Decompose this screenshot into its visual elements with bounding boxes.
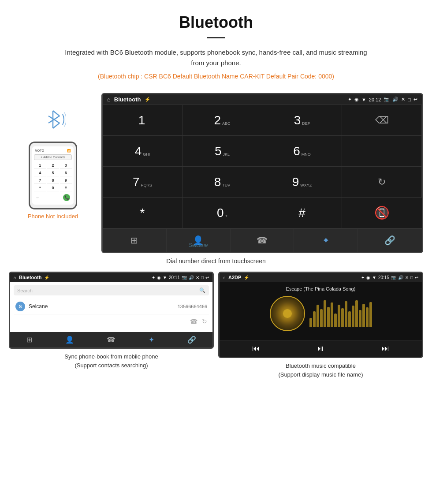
dial-key-5[interactable]: 5 JKL: [182, 136, 262, 167]
pb-loc-icon: ◉: [157, 275, 161, 280]
pb-bot-link-icon[interactable]: 🔗: [187, 336, 196, 344]
dial-bottom-link[interactable]: 🔗: [358, 229, 422, 252]
dial-bottom-keypad[interactable]: ⊞: [103, 229, 167, 252]
phone-dial-icon: ☎: [257, 235, 268, 246]
pb-home-icon[interactable]: ⌂: [14, 275, 16, 280]
dial-bottom-contacts[interactable]: 👤 Seicane: [167, 229, 231, 252]
dial-bottom-bluetooth[interactable]: ✦: [294, 229, 358, 252]
dial-key-9[interactable]: 9 WXYZ: [262, 167, 342, 198]
pb-bot-person-icon[interactable]: 👤: [65, 336, 74, 344]
phone-key-1[interactable]: 1: [34, 162, 46, 169]
camera-icon[interactable]: 📷: [384, 97, 390, 102]
phone-key-6[interactable]: 6: [60, 170, 72, 176]
back-icon[interactable]: ↩: [413, 97, 417, 102]
phone-back-key: ←: [36, 195, 40, 200]
phonebook-item: ⌂ Bluetooth ⚡ ✦ ◉ ▼ 20:11 📷 🔊 ✕ □ ↩: [9, 272, 214, 379]
dial-status-right: ✦ ◉ ▼ 20:12 📷 🔊 ✕ □ ↩: [348, 97, 417, 102]
music-status-bar: ⌂ A2DP ⚡ ✦ ◉ ▼ 20:15 📷 🔊 ✕ □ ↩: [220, 273, 422, 282]
call-end-icon: 📵: [374, 205, 390, 220]
pb-win-icon[interactable]: □: [201, 275, 204, 280]
page-header: Bluetooth Integrated with BC6 Bluetooth …: [0, 0, 432, 93]
eq-bar: [369, 302, 372, 327]
contact-row[interactable]: S Seicane 13566664466: [14, 299, 209, 314]
phonebook-caption: Sync phone-book from mobile phone (Suppo…: [64, 352, 158, 370]
phone-key-3[interactable]: 3: [60, 162, 72, 169]
music-win-icon[interactable]: □: [410, 275, 413, 280]
phonebook-body: Search 🔍 S Seicane 13566664466 ☎ ↻: [10, 282, 212, 332]
eq-bar: [352, 306, 354, 327]
pb-cam-icon[interactable]: 📷: [182, 275, 187, 280]
dial-key-2[interactable]: 2 ABC: [182, 105, 262, 136]
dial-cell-refresh[interactable]: ↻: [342, 167, 422, 198]
dial-key-6[interactable]: 6 MNO: [262, 136, 342, 167]
search-icon[interactable]: 🔍: [199, 287, 205, 293]
dial-screen: ⌂ Bluetooth ⚡ ✦ ◉ ▼ 20:12 📷 🔊 ✕ □ ↩ 1: [101, 93, 423, 253]
phone-key-hash[interactable]: #: [60, 185, 72, 191]
pb-bot-bt-icon[interactable]: ✦: [149, 336, 154, 344]
close-icon[interactable]: ✕: [401, 97, 405, 102]
music-artwork-area: ♪: [224, 296, 417, 331]
window-icon[interactable]: □: [408, 97, 411, 102]
phone-key-9[interactable]: 9: [60, 177, 72, 184]
pb-vol-icon[interactable]: 🔊: [189, 275, 194, 280]
phone-body: MOTO 📶 + Add to Contacts 1 2 3 4 5 6 7 8…: [29, 142, 77, 209]
pb-time: 20:11: [169, 275, 180, 280]
pb-bot-phone-icon[interactable]: ☎: [107, 336, 115, 344]
phone-key-7[interactable]: 7: [34, 177, 46, 184]
next-button[interactable]: ⏭: [381, 344, 389, 353]
dial-status-left: ⌂ Bluetooth ⚡: [107, 96, 151, 103]
dial-key-hash[interactable]: #: [262, 198, 342, 228]
usb-icon: ⚡: [145, 97, 151, 102]
phone-carrier: MOTO: [35, 149, 44, 153]
search-bar[interactable]: Search 🔍: [14, 285, 209, 295]
prev-button[interactable]: ⏮: [252, 344, 260, 353]
phone-key-star[interactable]: *: [34, 185, 46, 191]
dial-key-star[interactable]: *: [103, 198, 182, 228]
music-caption: Bluetooth music compatible (Support disp…: [278, 362, 363, 379]
pb-wifi-icon: ▼: [163, 275, 167, 280]
phone-key-5[interactable]: 5: [47, 170, 59, 176]
eq-bar: [359, 310, 361, 327]
phone-not-included-label: Phone Not Included: [28, 213, 78, 220]
home-icon[interactable]: ⌂: [107, 96, 111, 103]
music-cam-icon[interactable]: 📷: [391, 275, 396, 280]
music-loc-icon: ◉: [366, 275, 370, 280]
dial-key-8[interactable]: 8 TUV: [182, 167, 262, 198]
dial-key-0[interactable]: 0 +: [182, 198, 262, 228]
music-home-icon[interactable]: ⌂: [223, 275, 226, 280]
dial-status-bar: ⌂ Bluetooth ⚡ ✦ ◉ ▼ 20:12 📷 🔊 ✕ □ ↩: [103, 94, 422, 105]
eq-bar: [362, 304, 365, 327]
dial-key-3[interactable]: 3 DEF: [262, 105, 342, 136]
volume-icon[interactable]: 🔊: [392, 97, 398, 102]
phone-key-4[interactable]: 4: [34, 170, 46, 176]
pb-back-icon[interactable]: ↩: [205, 275, 209, 280]
dial-cell-call-end[interactable]: 📵: [342, 198, 422, 228]
dial-bottom-phone[interactable]: ☎: [231, 229, 294, 252]
dial-key-7[interactable]: 7 PQRS: [103, 167, 182, 198]
eq-bar: [345, 301, 347, 327]
dial-key-4[interactable]: 4 GHI: [103, 136, 182, 167]
dial-cell-backspace[interactable]: ⌫: [342, 105, 422, 136]
pb-close-icon[interactable]: ✕: [196, 275, 199, 280]
music-controls: ⏮ ⏯ ⏭: [220, 340, 422, 357]
pb-side-refresh-icon[interactable]: ↻: [202, 318, 207, 325]
eq-bar: [338, 305, 340, 327]
playpause-button[interactable]: ⏯: [317, 344, 324, 353]
music-screen: ⌂ A2DP ⚡ ✦ ◉ ▼ 20:15 📷 🔊 ✕ □ ↩ E: [218, 272, 423, 358]
dial-key-1[interactable]: 1: [103, 105, 182, 136]
music-back-icon[interactable]: ↩: [415, 275, 418, 280]
phone-call-button[interactable]: 📞: [63, 194, 70, 201]
pb-bt-icon: ✦: [152, 275, 155, 280]
pb-side-phone-icon[interactable]: ☎: [190, 318, 197, 325]
phone-key-0[interactable]: 0: [47, 185, 59, 191]
phone-key-8[interactable]: 8: [47, 177, 59, 184]
eq-bar: [334, 314, 337, 327]
eq-bar: [324, 300, 326, 327]
music-close-icon[interactable]: ✕: [405, 275, 409, 280]
pb-bot-keypad-icon[interactable]: ⊞: [26, 336, 32, 344]
music-equalizer: [309, 300, 372, 327]
phone-top-bar: MOTO 📶: [34, 149, 72, 153]
music-vol-icon[interactable]: 🔊: [398, 275, 403, 280]
music-item: ⌂ A2DP ⚡ ✦ ◉ ▼ 20:15 📷 🔊 ✕ □ ↩ E: [218, 272, 423, 379]
phone-key-2[interactable]: 2: [47, 162, 59, 169]
